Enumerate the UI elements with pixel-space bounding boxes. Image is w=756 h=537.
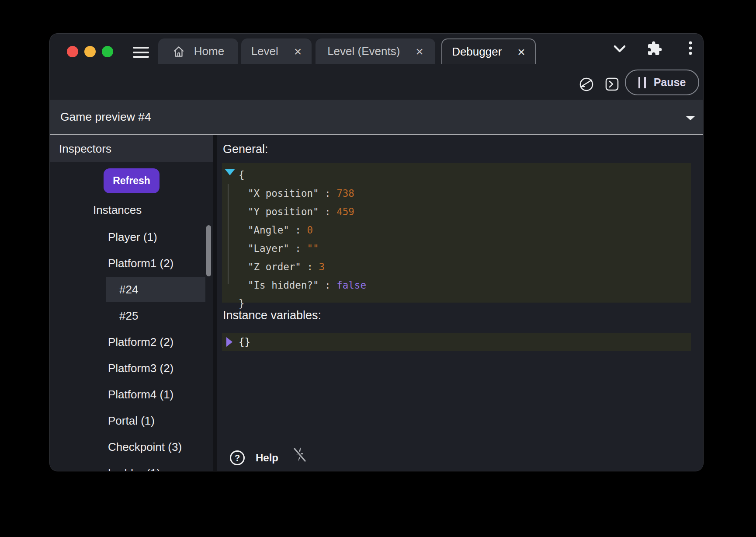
close-window-button[interactable]: [67, 46, 78, 57]
instances-tree: Player (1) Platform1 (2) #24 #25 Platfor…: [50, 224, 213, 471]
tab-label: Level: [251, 45, 278, 58]
close-icon[interactable]: ×: [416, 45, 423, 58]
menu-icon[interactable]: [133, 47, 149, 58]
tab-debugger[interactable]: Debugger ×: [441, 38, 536, 64]
tab-label: Level (Events): [327, 45, 400, 58]
instance-variables-value: {}: [222, 333, 691, 351]
json-row: "X position" : 738: [222, 184, 691, 202]
tab-level-events[interactable]: Level (Events) ×: [316, 38, 435, 64]
json-row: "Z order" : 3: [222, 258, 691, 276]
tree-item-platform3[interactable]: Platform3 (2): [50, 355, 213, 381]
instances-root-item[interactable]: Instances: [93, 199, 142, 220]
close-icon[interactable]: ×: [294, 45, 302, 58]
dropdown-arrow-icon[interactable]: [686, 116, 695, 120]
inspectors-sidebar: Inspectors Refresh Instances Player (1) …: [50, 135, 213, 471]
close-icon[interactable]: ×: [517, 45, 525, 59]
home-icon: [172, 45, 185, 58]
pause-button[interactable]: Pause: [625, 70, 699, 95]
debugger-body: Inspectors Refresh Instances Player (1) …: [50, 135, 703, 471]
tab-level[interactable]: Level ×: [241, 38, 312, 64]
instance-variables-label: Instance variables:: [223, 306, 321, 325]
chevron-down-icon[interactable]: [613, 45, 626, 53]
tree-item-platform1[interactable]: Platform1 (2): [50, 250, 213, 276]
app-window: Home Level × Level (Events) × Debugger ×: [50, 34, 703, 471]
tree-item-checkpoint[interactable]: Checkpoint (3): [50, 434, 213, 460]
tree-item-portal[interactable]: Portal (1): [50, 408, 213, 434]
title-bar: Home Level × Level (Events) × Debugger ×: [50, 34, 703, 64]
inspectors-header[interactable]: Inspectors: [50, 135, 213, 162]
extensions-puzzle-icon[interactable]: [647, 41, 662, 56]
open-brace: {: [222, 166, 691, 184]
json-row: "Layer" : "": [222, 239, 691, 258]
json-row: "Y position" : 459: [222, 202, 691, 221]
tab-label: Debugger: [452, 45, 502, 59]
sidebar-scrollbar[interactable]: [206, 225, 211, 276]
game-preview-title: Game preview #4: [60, 100, 151, 134]
game-preview-selector[interactable]: Game preview #4: [50, 100, 703, 134]
help-icon[interactable]: ?: [230, 450, 245, 465]
tree-item-player[interactable]: Player (1): [50, 224, 213, 250]
flash-off-icon[interactable]: [291, 446, 309, 464]
circle-slash-icon[interactable]: [578, 75, 595, 93]
json-row: "Is hidden?" : false: [222, 276, 691, 294]
general-section-label: General:: [223, 139, 268, 159]
tree-item-platform4[interactable]: Platform4 (1): [50, 381, 213, 408]
collapse-triangle-icon[interactable]: [225, 169, 235, 175]
kebab-menu-icon[interactable]: [687, 40, 694, 57]
debugger-toolbar: Pause: [50, 64, 703, 100]
tab-label: Home: [194, 45, 224, 58]
tab-bar: Home Level × Level (Events) × Debugger ×: [158, 38, 536, 64]
inspector-panel: General: { "X position" : 738 "Y positio…: [217, 135, 703, 471]
refresh-button[interactable]: Refresh: [104, 168, 160, 193]
tree-item-instance-24-selected[interactable]: #24: [50, 276, 213, 303]
tree-item-instance-25[interactable]: #25: [50, 303, 213, 329]
tree-item-platform2[interactable]: Platform2 (2): [50, 329, 213, 355]
pause-icon: [638, 77, 646, 88]
instance-variables-view[interactable]: {}: [222, 333, 691, 351]
tree-item-ladder[interactable]: Ladder (1): [50, 460, 213, 471]
panel-divider: [213, 135, 217, 471]
indent-guide: [228, 184, 229, 284]
minimize-window-button[interactable]: [84, 46, 96, 57]
json-row: "Angle" : 0: [222, 221, 691, 239]
screen: Home Level × Level (Events) × Debugger ×: [0, 0, 756, 537]
expand-triangle-icon[interactable]: [226, 337, 232, 347]
help-link[interactable]: Help: [256, 450, 278, 465]
pause-button-label: Pause: [654, 76, 686, 89]
console-icon[interactable]: [603, 75, 621, 93]
maximize-window-button[interactable]: [102, 46, 113, 57]
general-json-view: { "X position" : 738 "Y position" : 459 …: [222, 163, 691, 303]
tab-home[interactable]: Home: [158, 38, 238, 64]
